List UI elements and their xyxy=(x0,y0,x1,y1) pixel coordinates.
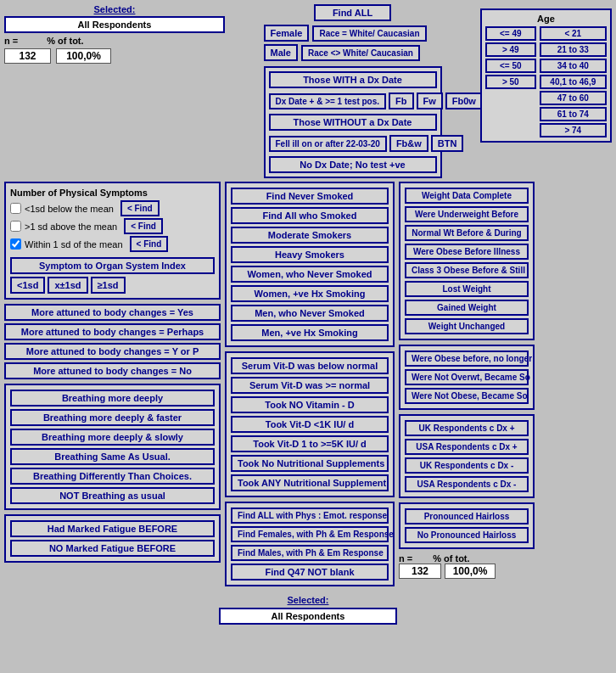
pct-value-top: 100,0% xyxy=(56,48,111,64)
cb2-checkbox[interactable] xyxy=(10,221,21,232)
no-vit-button[interactable]: Took NO Vitamin - D xyxy=(231,396,389,413)
attuned-yes-button[interactable]: More attuned to body changes = Yes xyxy=(4,304,221,321)
cb3-label: Within 1 sd of the mean xyxy=(25,239,123,250)
breathing-same-button[interactable]: Breathing Same As Usual. xyxy=(10,448,215,465)
vit-normal-button[interactable]: Serum Vit-D was >= normal xyxy=(231,377,389,394)
attuned-perhaps-button[interactable]: More attuned to body changes = Perhaps xyxy=(4,323,221,340)
breathing-slowly-button[interactable]: Breathing more deeply & slowly xyxy=(10,429,215,446)
weight-obese-before-button[interactable]: Were Obese Before Illness xyxy=(405,244,529,260)
obese-no-longer-button[interactable]: Were Obese before, no longer xyxy=(405,351,529,367)
dx-plus-button[interactable]: Dx Date + & >= 1 test pos. xyxy=(269,93,387,109)
selected-label-bottom[interactable]: Selected: xyxy=(288,595,329,605)
without-dx-button[interactable]: Those WITHOUT a Dx Date xyxy=(269,114,437,131)
hair-pronounced-button[interactable]: Pronounced Hairloss xyxy=(405,508,529,524)
fell-on-after-button[interactable]: Fell ill on or after 22-03-20 xyxy=(269,136,387,152)
weight-gained-button[interactable]: Gained Weight xyxy=(405,300,529,316)
phys-find-all-button[interactable]: Find ALL with Phys : Emot. response xyxy=(231,508,389,524)
hair-no-pronounced-button[interactable]: No Pronounced Hairloss xyxy=(405,527,529,543)
fbw-button[interactable]: Fb&w xyxy=(389,135,428,152)
cb1-checkbox[interactable] xyxy=(10,203,21,214)
pct-label-bottom: % of tot. xyxy=(433,553,469,564)
women-never-smoked-button[interactable]: Women, who Never Smoked xyxy=(231,266,389,283)
vit-5k-button[interactable]: Took Vit-D 1 to >=5K IU/ d xyxy=(231,435,389,452)
cb1-find-button[interactable]: < Find xyxy=(120,200,160,216)
cb2-label: >1 sd above the mean xyxy=(25,222,117,232)
pct-label-top: % of tot. xyxy=(47,36,83,46)
n-label-top: n = xyxy=(4,36,18,46)
male-button[interactable]: Male xyxy=(264,44,298,61)
fb0w-button[interactable]: Fb0w xyxy=(445,93,483,109)
seg2-button[interactable]: x±1sd xyxy=(48,277,87,294)
age-gt49-button[interactable]: > 49 xyxy=(485,42,536,57)
uk-dx-plus-button[interactable]: UK Respondents c Dx + xyxy=(405,420,529,436)
race-white-button[interactable]: Race = White/ Caucasian xyxy=(312,25,426,42)
age-lte50-button[interactable]: <= 50 xyxy=(485,59,536,73)
cb2-find-button[interactable]: < Find xyxy=(124,218,163,234)
breathing-deeply-button[interactable]: Breathing more deeply xyxy=(10,390,215,407)
not-obese-button[interactable]: Were Not Obese, Became So xyxy=(405,388,529,404)
symptoms-title: Number of Physical Symptoms xyxy=(10,188,215,198)
attuned-y-or-p-button[interactable]: More attuned to body changes = Y or P xyxy=(4,343,221,360)
age-21-33-button[interactable]: 21 to 33 xyxy=(540,42,607,57)
selected-label-top[interactable]: Selected: xyxy=(94,4,136,14)
uk-dx-minus-button[interactable]: UK Respondents c Dx - xyxy=(405,457,529,474)
usa-dx-plus-button[interactable]: USA Respondents c Dx + xyxy=(405,439,529,455)
breathing-faster-button[interactable]: Breathing more deeply & faster xyxy=(10,409,215,426)
age-title: Age xyxy=(537,14,555,24)
organ-index-button[interactable]: Symptom to Organ System Index xyxy=(10,257,215,274)
q47-button[interactable]: Find Q47 NOT blank xyxy=(231,564,389,580)
weight-lost-button[interactable]: Lost Weight xyxy=(405,281,529,297)
fb-button[interactable]: Fb xyxy=(389,93,413,109)
cb1-label: <1sd below the mean xyxy=(25,204,114,214)
seg3-button[interactable]: ≥1sd xyxy=(91,277,126,294)
all-smoked-button[interactable]: Find All who Smoked xyxy=(231,207,389,224)
with-dx-button[interactable]: Those WITH a Dx Date xyxy=(269,71,437,88)
n-value-bottom: 132 xyxy=(399,564,441,579)
cb3-checkbox[interactable] xyxy=(10,238,21,250)
age-40-46-button[interactable]: 40,1 to 46,9 xyxy=(540,75,607,89)
moderate-smokers-button[interactable]: Moderate Smokers xyxy=(231,227,389,244)
age-47-60-button[interactable]: 47 to 60 xyxy=(540,91,607,105)
vit-below-button[interactable]: Serum Vit-D was below normal xyxy=(231,357,389,374)
fatigue-no-button[interactable]: NO Marked Fatigue BEFORE xyxy=(10,540,215,557)
all-respondents-top: All Respondents xyxy=(78,20,152,30)
men-never-smoked-button[interactable]: Men, who Never Smoked xyxy=(231,305,389,322)
find-all-button[interactable]: Find ALL xyxy=(314,4,391,21)
weight-complete-button[interactable]: Weight Data Complete xyxy=(405,188,529,204)
age-gt74-button[interactable]: > 74 xyxy=(540,123,607,137)
age-34-40-button[interactable]: 34 to 40 xyxy=(540,59,607,73)
attuned-no-button[interactable]: More attuned to body changes = No xyxy=(4,362,221,379)
age-lt21-button[interactable]: < 21 xyxy=(540,26,607,41)
cb3-find-button[interactable]: < Find xyxy=(130,236,169,252)
weight-class3-button[interactable]: Class 3 Obese Before & Still xyxy=(405,262,529,278)
weight-normal-button[interactable]: Normal Wt Before & During xyxy=(405,225,529,241)
not-overwt-button[interactable]: Were Not Overwt, Became So xyxy=(405,369,529,385)
no-supp-button[interactable]: Took No Nutritional Supplements xyxy=(231,455,389,472)
weight-unchanged-button[interactable]: Weight Unchanged xyxy=(405,318,529,334)
never-smoked-button[interactable]: Find Never Smoked xyxy=(231,188,389,205)
heavy-smokers-button[interactable]: Heavy Smokers xyxy=(231,246,389,263)
n-label-bottom: n = xyxy=(399,553,412,564)
phys-females-button[interactable]: Find Females, with Ph & Em Response xyxy=(231,526,389,542)
age-61-74-button[interactable]: 61 to 74 xyxy=(540,107,607,121)
women-hx-button[interactable]: Women, +ve Hx Smoking xyxy=(231,285,389,302)
age-lte49-button[interactable]: <= 49 xyxy=(485,26,536,41)
race-not-white-button[interactable]: Race <> White/ Caucasian xyxy=(301,45,420,61)
any-supp-button[interactable]: Took ANY Nutritional Supplement xyxy=(231,474,389,491)
phys-males-button[interactable]: Find Males, with Ph & Em Response xyxy=(231,545,389,561)
weight-underweight-button[interactable]: Were Underweight Before xyxy=(405,206,529,222)
female-button[interactable]: Female xyxy=(264,25,310,42)
vit-1k-button[interactable]: Took Vit-D <1K IU/ d xyxy=(231,416,389,433)
btn-button[interactable]: BTN xyxy=(431,135,464,152)
breathing-not-usual-button[interactable]: NOT Breathing as usual xyxy=(10,487,215,504)
pct-value-bottom: 100,0% xyxy=(445,564,496,579)
usa-dx-minus-button[interactable]: USA Respondents c Dx - xyxy=(405,476,529,492)
fatigue-had-button[interactable]: Had Marked Fatigue BEFORE xyxy=(10,520,215,537)
age-gt50-button[interactable]: > 50 xyxy=(485,75,536,89)
breathing-differently-button[interactable]: Breathing Differently Than Choices. xyxy=(10,468,215,485)
seg1-button[interactable]: <1sd xyxy=(10,277,45,294)
men-hx-button[interactable]: Men, +ve Hx Smoking xyxy=(231,324,389,341)
fw-button[interactable]: Fw xyxy=(417,93,443,109)
no-dx-button[interactable]: No Dx Date; No test +ve xyxy=(269,156,437,173)
all-respondents-bottom: All Respondents xyxy=(272,611,345,621)
